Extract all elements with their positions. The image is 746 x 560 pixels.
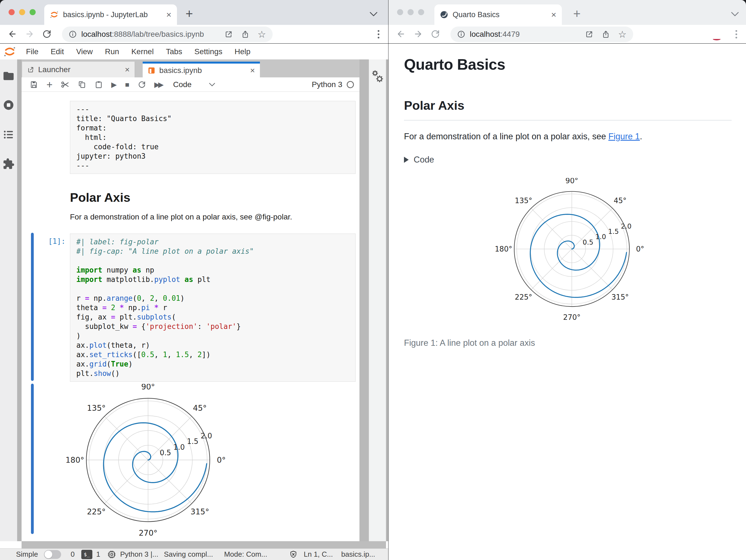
menu-settings[interactable]: Settings (188, 47, 228, 56)
url-text: localhost:8888/lab/tree/basics.ipynb (81, 30, 204, 39)
kernel-chip-icon[interactable] (107, 550, 116, 559)
tab-launcher-label: Launcher (38, 65, 121, 74)
paste-cells-icon[interactable] (94, 81, 103, 89)
simple-mode-label: Simple (16, 550, 38, 559)
cell-type-select[interactable]: Code (173, 80, 192, 89)
figure-link[interactable]: Figure 1 (608, 131, 640, 141)
file-browser-icon[interactable] (2, 70, 15, 82)
tab-notebook[interactable]: basics.ipynb × (143, 62, 260, 78)
tab-close-icon[interactable]: × (166, 10, 171, 19)
code-line: subplot_kw = {'projection': 'polar'} (76, 322, 349, 331)
run-cell-icon[interactable]: ▶ (111, 81, 117, 88)
terminal-icon[interactable]: $_ (81, 550, 92, 559)
browser-tab[interactable]: Quarto Basics × (434, 4, 562, 25)
share-icon[interactable] (241, 30, 250, 38)
code-fold-toggle[interactable]: Code (404, 155, 746, 165)
section-divider (404, 120, 731, 120)
menu-run[interactable]: Run (99, 47, 125, 56)
zoom-window-button[interactable] (418, 9, 424, 15)
status-bar: Simple 0 $_ 1 Python 3 |... Saving compl… (0, 549, 388, 560)
tab-search-chevron-icon[interactable] (369, 11, 378, 17)
kernel-status-icon[interactable] (347, 81, 354, 88)
zoom-window-button[interactable] (30, 9, 36, 15)
restart-kernel-icon[interactable] (138, 81, 146, 89)
code-cell-lines[interactable]: #| label: fig-polar#| fig-cap: "A line p… (70, 234, 355, 382)
svg-text:1.5: 1.5 (608, 228, 619, 236)
new-tab-button[interactable]: + (573, 6, 581, 21)
new-tab-button[interactable]: + (185, 6, 193, 21)
site-info-icon[interactable] (68, 30, 77, 38)
mode-indicator[interactable]: Mode: Com... (224, 550, 267, 559)
extensions-icon[interactable] (2, 158, 15, 170)
minimize-window-button[interactable] (19, 9, 25, 15)
back-icon[interactable] (8, 29, 17, 39)
menu-tabs[interactable]: Tabs (160, 47, 188, 56)
code-line: plt.show() (76, 369, 349, 378)
reload-icon[interactable] (431, 29, 440, 39)
browser-tab-strip: basics.ipynb - JupyterLab × + (0, 0, 388, 25)
cell-collapser[interactable] (31, 233, 34, 381)
back-icon[interactable] (396, 29, 406, 39)
code-line (76, 256, 349, 265)
address-bar[interactable]: localhost:4479 ☆ (451, 27, 633, 42)
bookmark-star-icon[interactable]: ☆ (618, 30, 627, 39)
open-in-window-icon[interactable] (225, 30, 233, 38)
browser-tab[interactable]: basics.ipynb - JupyterLab × (44, 4, 177, 25)
open-in-window-icon[interactable] (585, 30, 593, 38)
sidebar-splitter[interactable] (17, 59, 22, 541)
code-line: #| label: fig-polar (76, 237, 349, 246)
cell-type-chevron-icon[interactable] (209, 83, 216, 87)
jupyter-body: Launcher × basics.ipynb × (0, 59, 388, 541)
close-window-button[interactable] (8, 9, 15, 15)
kernel-status-text[interactable]: Python 3 |... (120, 550, 158, 559)
code-fold-label: Code (414, 155, 434, 165)
restart-run-all-icon[interactable]: ▶▶ (154, 81, 164, 88)
jupyter-menubar-items: FileEditViewRunKernelTabsSettingsHelp (20, 47, 257, 56)
menu-help[interactable]: Help (228, 47, 257, 56)
menu-edit[interactable]: Edit (45, 47, 70, 56)
browser-menu-icon[interactable] (377, 29, 380, 39)
menu-kernel[interactable]: Kernel (125, 47, 160, 56)
menu-view[interactable]: View (70, 47, 99, 56)
share-icon[interactable] (602, 30, 610, 38)
forward-icon[interactable] (25, 29, 34, 39)
forward-icon[interactable] (413, 29, 423, 39)
property-inspector-gears-icon[interactable] (371, 69, 384, 84)
raw-cell[interactable]: ---title: "Quarto Basics"format: html: c… (70, 101, 355, 174)
url-text: localhost:4479 (470, 30, 520, 39)
add-cell-icon[interactable]: + (47, 79, 53, 90)
cursor-position[interactable]: Ln 1, C... (304, 550, 333, 559)
notebook-scrollbar[interactable] (360, 59, 369, 541)
kernel-name[interactable]: Python 3 (312, 80, 342, 89)
tab-launcher[interactable]: Launcher × (22, 62, 135, 78)
tab-search-chevron-icon[interactable] (731, 11, 739, 17)
menu-file[interactable]: File (20, 47, 45, 56)
tab-close-icon[interactable]: × (125, 65, 130, 75)
active-file-name: basics.ip... (341, 550, 375, 559)
save-icon[interactable] (30, 81, 38, 89)
output-collapser[interactable] (31, 384, 34, 534)
notification-shield-icon[interactable] (289, 550, 298, 559)
notebook-icon (148, 67, 155, 75)
svg-text:180°: 180° (495, 245, 512, 253)
simple-mode-toggle[interactable] (44, 550, 61, 559)
tab-notebook-label: basics.ipynb (159, 66, 246, 75)
reload-icon[interactable] (42, 29, 51, 39)
site-info-icon[interactable] (457, 30, 465, 38)
browser-menu-icon[interactable] (735, 29, 738, 39)
interrupt-kernel-icon[interactable]: ■ (125, 81, 130, 88)
tab-close-icon[interactable]: × (250, 66, 255, 75)
minimize-window-button[interactable] (407, 9, 414, 15)
table-of-contents-icon[interactable] (2, 128, 15, 141)
close-window-button[interactable] (397, 9, 403, 15)
address-bar[interactable]: localhost:8888/lab/tree/basics.ipynb ☆ (62, 27, 272, 42)
code-cell-row: [1]: #| label: fig-polar#| fig-cap: "A l… (22, 234, 360, 382)
bookmark-star-icon[interactable]: ☆ (258, 30, 266, 39)
copy-cells-icon[interactable] (78, 81, 86, 89)
tab-close-icon[interactable]: × (551, 10, 556, 19)
running-kernels-icon[interactable] (2, 99, 15, 111)
code-line: theta = 2 * np.pi * r (76, 303, 349, 312)
raw-line: --- (76, 161, 349, 170)
cut-cells-icon[interactable] (61, 80, 70, 89)
jupyterlab-app: FileEditViewRunKernelTabsSettingsHelp (0, 44, 388, 560)
